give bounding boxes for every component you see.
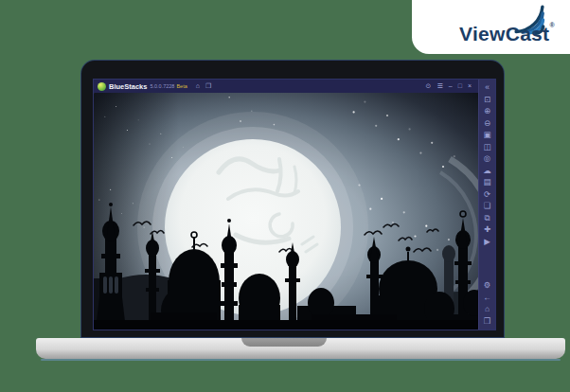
night-mosque-scene	[94, 93, 478, 330]
registered-mark: ®	[549, 22, 554, 28]
app-version: 5.0.0.7228	[150, 83, 174, 89]
macro-recorder-icon[interactable]: ▤	[483, 176, 490, 188]
beta-badge: Beta	[176, 83, 187, 89]
multi-instance-icon[interactable]: ⧉	[484, 212, 490, 224]
multi-window-icon[interactable]: ❐	[205, 80, 211, 93]
sync-icon[interactable]: ⟳	[484, 188, 490, 201]
bluestacks-logo-icon	[98, 82, 106, 91]
menu-icon[interactable]: ☰	[436, 80, 442, 93]
viewcast-logo-text: ViewCast®	[459, 23, 555, 45]
minaret-arches	[103, 276, 118, 294]
boost-icon[interactable]: ⊙	[426, 80, 432, 93]
settings-icon[interactable]: ⚙	[484, 279, 491, 292]
android-home-icon[interactable]: ⌂	[485, 303, 490, 315]
home-icon[interactable]: ⌂	[196, 80, 200, 93]
game-controls-icon[interactable]: ✚	[484, 223, 490, 236]
maximize-button[interactable]: □	[458, 80, 462, 93]
laptop-screen-bezel: BlueStacks 5.0.0.7228 Beta ⌂ ❐ ⊙ ☰ – □ ×	[80, 60, 505, 338]
stage-background: BlueStacks 5.0.0.7228 Beta ⌂ ❐ ⊙ ☰ – □ ×	[0, 0, 570, 392]
app-name: BlueStacks	[109, 82, 147, 91]
location-icon[interactable]: ◎	[484, 152, 490, 165]
game-viewport	[94, 93, 478, 330]
bluestacks-titlebar: BlueStacks 5.0.0.7228 Beta ⌂ ❐ ⊙ ☰ – □ ×	[94, 80, 478, 93]
fullscreen-icon[interactable]: ⊡	[484, 94, 490, 106]
back-icon[interactable]: ←	[483, 292, 491, 304]
media-manager-icon[interactable]: ❏	[484, 200, 491, 212]
bluestacks-sidebar: « ⊡ ⊕ ⊖ ▣ ◫ ◎ ☁ ▤ ⟳ ❏ ⧉ ✚ ▶ ⚙ ← ⌂ ❒	[478, 80, 495, 330]
volume-up-icon[interactable]: ⊕	[484, 105, 490, 117]
laptop-notch	[241, 338, 327, 347]
collapse-sidebar-icon[interactable]: «	[485, 81, 490, 94]
window-controls: ⊙ ☰ – □ ×	[423, 80, 474, 93]
volume-down-icon[interactable]: ⊖	[484, 117, 490, 130]
bluestacks-window: BlueStacks 5.0.0.7228 Beta ⌂ ❐ ⊙ ☰ – □ ×	[93, 79, 496, 330]
camera-icon[interactable]: ◫	[483, 141, 490, 153]
laptop-base	[36, 338, 565, 359]
minimize-button[interactable]: –	[449, 80, 453, 93]
shake-icon[interactable]: ☁	[483, 165, 491, 177]
screenshot-icon[interactable]: ▣	[483, 129, 490, 141]
viewcast-logo-card: ViewCast®	[412, 0, 570, 54]
close-button[interactable]: ×	[468, 80, 472, 93]
play-icon[interactable]: ▶	[484, 236, 490, 248]
recent-apps-icon[interactable]: ❒	[484, 315, 491, 328]
